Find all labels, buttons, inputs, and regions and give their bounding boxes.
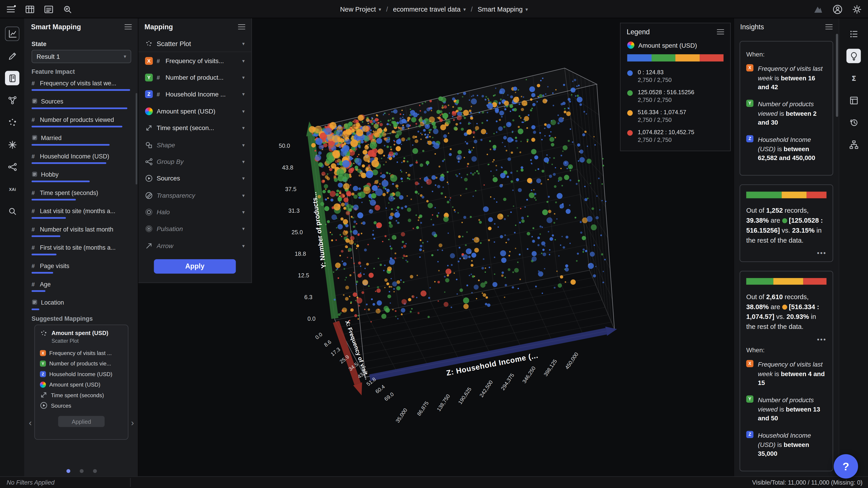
mapping-row-transparency[interactable]: Transparency▾ — [138, 187, 251, 204]
rail-item-xai-icon[interactable]: XAi — [0, 178, 24, 200]
list-icon — [846, 27, 861, 41]
mapping-row-playback[interactable]: Sources▾ — [138, 170, 251, 187]
rail-item-burst-icon[interactable] — [0, 133, 24, 156]
breadcrumb-project[interactable]: New Project ▾ — [340, 5, 381, 13]
legend-bin[interactable]: 0 : 124.832,750 / 2,750 — [620, 69, 730, 83]
rail-item-tree-icon[interactable] — [839, 133, 868, 156]
search-data-icon[interactable] — [62, 4, 73, 15]
numeric-feature-icon: # — [32, 262, 36, 269]
panel-menu-icon[interactable] — [125, 24, 132, 30]
suggested-mapping-card[interactable]: Amount spent (USD) Scatter Plot XFrequen… — [34, 325, 128, 440]
feature-impact-item[interactable]: #Number of products viewed — [25, 114, 138, 128]
suggested-card-header: Amount spent (USD) Scatter Plot — [40, 330, 123, 344]
svg-text:Σ: Σ — [851, 74, 856, 82]
applied-button[interactable]: Applied — [58, 416, 104, 427]
panel-menu-icon[interactable] — [825, 24, 833, 30]
insight-more-button[interactable]: ••• — [746, 249, 827, 257]
rail-item-table-chart-icon[interactable] — [839, 89, 868, 112]
burst-icon — [5, 137, 19, 152]
settings-icon[interactable] — [851, 4, 863, 15]
numeric-feature-icon: # — [32, 116, 36, 123]
bin-range: 1,074.822 : 10,452.75 — [638, 128, 694, 135]
breadcrumb-dataset[interactable]: ecommerce travel data ▾ — [393, 5, 466, 13]
mapping-row-shape[interactable]: Shape▾ — [138, 136, 251, 153]
apply-button[interactable]: Apply — [154, 259, 236, 274]
carousel-prev-icon[interactable]: ‹ — [29, 418, 32, 428]
mapping-row-y[interactable]: Y#Number of product...▾ — [138, 69, 251, 86]
rail-item-list-icon[interactable] — [839, 23, 868, 45]
mapping-row-color[interactable]: Amount spent (USD)▾ — [138, 103, 251, 120]
insight-more-button[interactable]: ••• — [746, 336, 827, 343]
carousel-next-icon[interactable]: › — [131, 418, 134, 428]
suggested-mapping-label: Frequency of visits last ... — [49, 350, 112, 356]
menu-icon[interactable] — [5, 4, 17, 15]
table-icon[interactable] — [24, 4, 35, 15]
scrollbar[interactable] — [136, 93, 137, 185]
rail-item-graph-icon[interactable] — [0, 156, 24, 178]
carousel-dot[interactable] — [66, 469, 70, 473]
tree-icon — [846, 137, 861, 152]
feature-impact-item[interactable]: #Last visit to site (months a... — [25, 206, 138, 219]
rail-item-insights-bulb-icon[interactable] — [839, 45, 868, 67]
breadcrumb: New Project ▾ / ecommerce travel data ▾ … — [340, 0, 528, 19]
panel-menu-icon[interactable] — [238, 24, 245, 30]
news-icon[interactable] — [43, 4, 54, 15]
feature-impact-item[interactable]: #Age — [25, 278, 138, 292]
help-button[interactable]: ? — [834, 454, 858, 479]
feature-impact-item[interactable]: Married — [25, 132, 138, 146]
peak-logo-icon[interactable] — [813, 4, 824, 15]
feature-impact-item[interactable]: #Time spent (seconds) — [25, 187, 138, 201]
feature-impact-item[interactable]: Sources — [25, 96, 138, 109]
search-icon — [5, 204, 19, 218]
account-icon[interactable] — [832, 4, 843, 15]
carousel-dot[interactable] — [93, 469, 97, 473]
breadcrumb-dataset-label: ecommerce travel data — [393, 5, 461, 13]
scrollbar[interactable] — [836, 34, 838, 117]
feature-impact-item[interactable]: #Frequency of visits last we... — [25, 78, 138, 91]
legend-bin[interactable]: 516.334 : 1,074.572,750 / 2,750 — [620, 109, 730, 123]
mapping-row-arrow[interactable]: Arrow▾ — [138, 237, 251, 254]
mapping-row-halo[interactable]: Halo▾ — [138, 204, 251, 221]
mapping-row-z[interactable]: Z#Household Income ...▾ — [138, 86, 251, 103]
suggested-mapping-label: Sources — [51, 402, 71, 408]
svg-text:0.0: 0.0 — [314, 331, 323, 340]
plot-type-select[interactable]: Scatter Plot ▾ — [138, 35, 251, 52]
breadcrumb-view[interactable]: Smart Mapping ▾ — [477, 5, 528, 13]
numeric-feature-icon: # — [157, 91, 162, 98]
svg-text:25.0: 25.0 — [291, 229, 303, 235]
feature-impact-item[interactable]: #Household Income (USD) — [25, 151, 138, 164]
rail-item-scatter-icon[interactable] — [0, 111, 24, 133]
legend-bin[interactable]: 125.0528 : 516.152562,750 / 2,750 — [620, 89, 730, 103]
mapping-row-x[interactable]: X#Frequency of visits...▾ — [138, 52, 251, 69]
rail-item-chart-icon[interactable] — [0, 23, 24, 45]
feature-impact-bar — [32, 126, 122, 127]
feature-name: Number of visits last month — [40, 225, 114, 232]
mapping-row-label: Shape — [157, 142, 239, 148]
rail-item-notebook-icon[interactable] — [0, 67, 24, 89]
mapping-row-label: Sources — [157, 175, 239, 182]
mapping-row-size[interactable]: Time spent (secon...▾ — [138, 120, 251, 136]
feature-impact-item[interactable]: #Number of visits last month — [25, 224, 138, 237]
mapping-row-groupby[interactable]: Group By▾ — [138, 153, 251, 170]
divider — [130, 478, 130, 487]
svg-text:31.3: 31.3 — [288, 208, 300, 214]
state-select[interactable]: Result 1 ▾ — [32, 50, 131, 63]
mapping-row-pulsation[interactable]: Pulsation▾ — [138, 221, 251, 237]
rail-item-sigma-icon[interactable]: Σ — [839, 67, 868, 89]
mapping-header: Mapping — [138, 19, 251, 36]
rail-item-draw-icon[interactable] — [0, 45, 24, 67]
transparency-icon — [145, 191, 153, 199]
feature-impact-item[interactable]: Location — [25, 297, 138, 310]
feature-impact-item[interactable]: #First visit to site (months a... — [25, 242, 138, 255]
condition-text: Frequency of visits last week is between… — [758, 64, 827, 92]
legend-bin[interactable]: 1,074.822 : 10,452.752,750 / 2,750 — [620, 128, 730, 143]
condition-text: Number of products viewed is between 2 a… — [758, 100, 827, 127]
carousel-dot[interactable] — [80, 469, 83, 473]
rail-item-history-icon[interactable] — [839, 111, 868, 133]
feature-impact-item[interactable]: #Page visits — [25, 260, 138, 274]
rail-item-network-icon[interactable] — [0, 89, 24, 112]
feature-impact-bar — [32, 235, 60, 237]
rail-item-search-icon[interactable] — [0, 200, 24, 222]
panel-menu-icon[interactable] — [717, 29, 724, 34]
feature-impact-item[interactable]: Hobby — [25, 169, 138, 182]
